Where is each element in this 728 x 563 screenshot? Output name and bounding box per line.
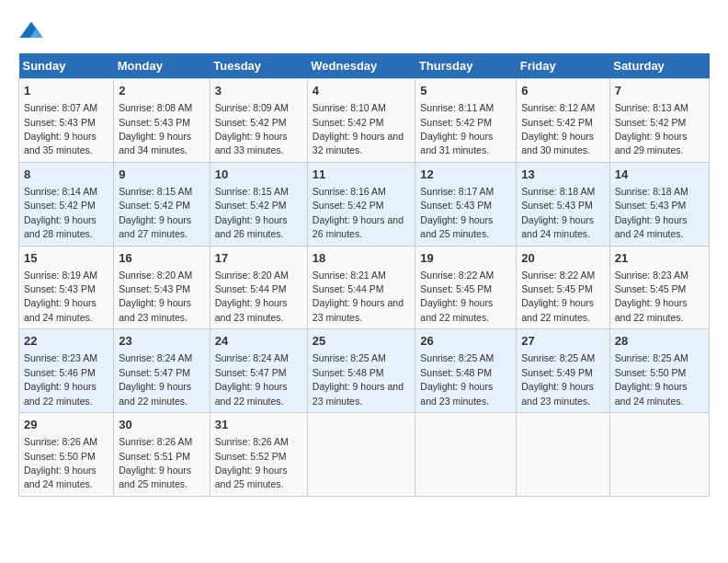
sunrise-text: Sunrise: 8:19 AM: [24, 270, 97, 281]
day-number: 15: [24, 250, 108, 267]
calendar-cell: 17Sunrise: 8:20 AMSunset: 5:44 PMDayligh…: [210, 246, 307, 329]
logo: [18, 18, 50, 44]
calendar-body: 1Sunrise: 8:07 AMSunset: 5:43 PMDaylight…: [19, 79, 710, 497]
sunset-text: Sunset: 5:43 PM: [24, 283, 96, 294]
day-number: 30: [119, 417, 205, 433]
sunset-text: Sunset: 5:47 PM: [119, 367, 190, 378]
day-number: 25: [313, 333, 411, 350]
daylight-text: Daylight: 9 hours and 25 minutes.: [119, 465, 191, 489]
daylight-text: Daylight: 9 hours and 28 minutes.: [24, 214, 97, 239]
calendar-cell: 9Sunrise: 8:15 AMSunset: 5:42 PMDaylight…: [114, 162, 210, 246]
daylight-text: Daylight: 9 hours and 24 minutes.: [521, 214, 594, 239]
calendar-cell: 27Sunrise: 8:25 AMSunset: 5:49 PMDayligh…: [517, 329, 610, 413]
sunrise-text: Sunrise: 8:25 AM: [420, 352, 494, 363]
sunset-text: Sunset: 5:42 PM: [119, 200, 190, 211]
header-day-saturday: Saturday: [609, 53, 709, 79]
calendar-cell: [307, 413, 415, 497]
day-number: 5: [420, 83, 511, 99]
sunset-text: Sunset: 5:45 PM: [615, 283, 687, 294]
sunset-text: Sunset: 5:42 PM: [313, 200, 384, 211]
sunset-text: Sunset: 5:42 PM: [615, 117, 687, 128]
day-number: 20: [521, 250, 605, 267]
day-number: 3: [215, 83, 302, 99]
calendar-cell: 19Sunrise: 8:22 AMSunset: 5:45 PMDayligh…: [415, 246, 517, 329]
sunrise-text: Sunrise: 8:08 AM: [119, 102, 192, 113]
day-number: 19: [420, 250, 511, 267]
sunrise-text: Sunrise: 8:20 AM: [119, 270, 192, 281]
sunrise-text: Sunrise: 8:21 AM: [313, 270, 386, 281]
sunset-text: Sunset: 5:42 PM: [24, 200, 96, 211]
sunrise-text: Sunrise: 8:26 AM: [215, 436, 289, 447]
header-day-tuesday: Tuesday: [210, 53, 307, 79]
logo-icon: [18, 18, 44, 44]
day-number: 14: [615, 167, 704, 183]
calendar-cell: 23Sunrise: 8:24 AMSunset: 5:47 PMDayligh…: [114, 329, 210, 413]
sunrise-text: Sunrise: 8:11 AM: [420, 102, 494, 113]
daylight-text: Daylight: 9 hours and 23 minutes.: [119, 297, 191, 322]
daylight-text: Daylight: 9 hours and 26 minutes.: [313, 214, 404, 239]
sunset-text: Sunset: 5:47 PM: [215, 367, 287, 378]
calendar-cell: 15Sunrise: 8:19 AMSunset: 5:43 PMDayligh…: [19, 246, 114, 329]
calendar-cell: 16Sunrise: 8:20 AMSunset: 5:43 PMDayligh…: [114, 246, 210, 329]
calendar-cell: [517, 413, 610, 497]
day-number: 12: [420, 167, 511, 183]
sunrise-text: Sunrise: 8:09 AM: [215, 102, 289, 113]
calendar-cell: 14Sunrise: 8:18 AMSunset: 5:43 PMDayligh…: [609, 162, 709, 246]
header-day-thursday: Thursday: [415, 53, 517, 79]
calendar-cell: [609, 413, 709, 497]
day-number: 4: [313, 83, 411, 99]
daylight-text: Daylight: 9 hours and 25 minutes.: [215, 465, 288, 489]
sunset-text: Sunset: 5:48 PM: [313, 367, 384, 378]
calendar-cell: 30Sunrise: 8:26 AMSunset: 5:51 PMDayligh…: [114, 413, 210, 497]
sunrise-text: Sunrise: 8:07 AM: [24, 102, 97, 113]
sunset-text: Sunset: 5:42 PM: [215, 200, 287, 211]
daylight-text: Daylight: 9 hours and 22 minutes.: [24, 381, 97, 406]
daylight-text: Daylight: 9 hours and 33 minutes.: [215, 131, 288, 155]
calendar-cell: [415, 413, 517, 497]
sunrise-text: Sunrise: 8:26 AM: [119, 436, 192, 447]
day-number: 8: [24, 167, 108, 183]
sunset-text: Sunset: 5:43 PM: [119, 117, 190, 128]
sunset-text: Sunset: 5:45 PM: [521, 283, 593, 294]
day-number: 11: [313, 167, 411, 183]
daylight-text: Daylight: 9 hours and 35 minutes.: [24, 131, 97, 155]
daylight-text: Daylight: 9 hours and 23 minutes.: [313, 381, 404, 406]
sunset-text: Sunset: 5:43 PM: [615, 200, 687, 211]
sunrise-text: Sunrise: 8:20 AM: [215, 270, 289, 281]
calendar-cell: 31Sunrise: 8:26 AMSunset: 5:52 PMDayligh…: [210, 413, 307, 497]
sunset-text: Sunset: 5:50 PM: [615, 367, 687, 378]
calendar-cell: 7Sunrise: 8:13 AMSunset: 5:42 PMDaylight…: [609, 79, 709, 163]
calendar-cell: 25Sunrise: 8:25 AMSunset: 5:48 PMDayligh…: [307, 329, 415, 413]
day-number: 10: [215, 167, 302, 183]
header-row: SundayMondayTuesdayWednesdayThursdayFrid…: [19, 53, 710, 79]
calendar-cell: 26Sunrise: 8:25 AMSunset: 5:48 PMDayligh…: [415, 329, 517, 413]
sunrise-text: Sunrise: 8:14 AM: [24, 186, 97, 197]
day-number: 9: [119, 167, 205, 183]
calendar-table: SundayMondayTuesdayWednesdayThursdayFrid…: [18, 53, 710, 497]
calendar-cell: 10Sunrise: 8:15 AMSunset: 5:42 PMDayligh…: [210, 162, 307, 246]
sunrise-text: Sunrise: 8:26 AM: [24, 436, 97, 447]
sunset-text: Sunset: 5:43 PM: [521, 200, 593, 211]
calendar-cell: 11Sunrise: 8:16 AMSunset: 5:42 PMDayligh…: [307, 162, 415, 246]
calendar-cell: 20Sunrise: 8:22 AMSunset: 5:45 PMDayligh…: [517, 246, 610, 329]
header: [18, 18, 710, 44]
daylight-text: Daylight: 9 hours and 30 minutes.: [521, 131, 594, 155]
calendar-cell: 6Sunrise: 8:12 AMSunset: 5:42 PMDaylight…: [517, 79, 610, 163]
day-number: 23: [119, 333, 205, 350]
sunrise-text: Sunrise: 8:12 AM: [521, 102, 595, 113]
day-number: 24: [215, 333, 302, 350]
daylight-text: Daylight: 9 hours and 29 minutes.: [615, 131, 688, 155]
calendar-cell: 1Sunrise: 8:07 AMSunset: 5:43 PMDaylight…: [19, 79, 114, 163]
daylight-text: Daylight: 9 hours and 26 minutes.: [215, 214, 288, 239]
day-number: 2: [119, 83, 205, 99]
sunset-text: Sunset: 5:43 PM: [420, 200, 492, 211]
sunset-text: Sunset: 5:43 PM: [119, 283, 190, 294]
header-day-monday: Monday: [114, 53, 210, 79]
daylight-text: Daylight: 9 hours and 22 minutes.: [420, 297, 493, 322]
calendar-cell: 4Sunrise: 8:10 AMSunset: 5:42 PMDaylight…: [307, 79, 415, 163]
day-number: 22: [24, 333, 108, 350]
header-day-friday: Friday: [517, 53, 610, 79]
sunrise-text: Sunrise: 8:15 AM: [119, 186, 192, 197]
daylight-text: Daylight: 9 hours and 24 minutes.: [615, 214, 688, 239]
header-day-sunday: Sunday: [19, 53, 114, 79]
